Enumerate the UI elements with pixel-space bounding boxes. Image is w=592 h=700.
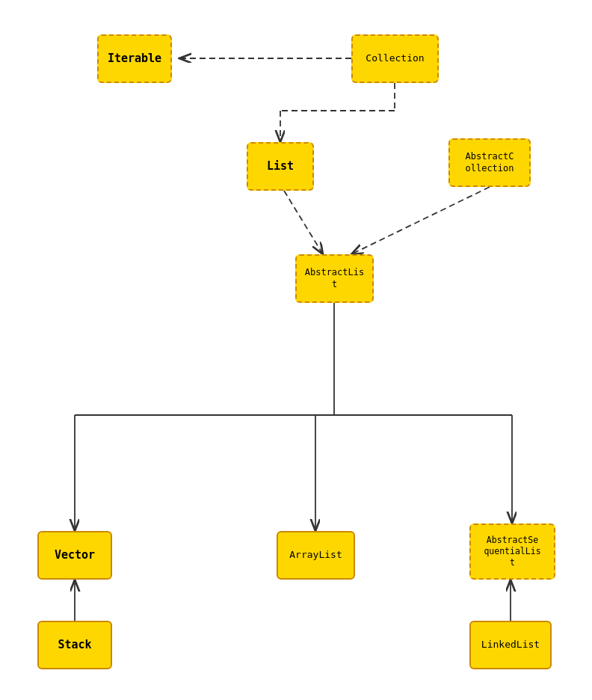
node-arraylist: ArrayList xyxy=(277,531,355,580)
diagram-container: Iterable Collection List AbstractCollect… xyxy=(0,0,592,700)
node-iterable: Iterable xyxy=(97,34,172,83)
node-vector: Vector xyxy=(37,531,112,580)
node-linkedlist: LinkedList xyxy=(469,621,552,669)
arrow-list-abstractlist xyxy=(284,191,323,254)
node-stack: Stack xyxy=(37,621,112,669)
arrows-svg xyxy=(0,0,592,700)
arrow-abscol-abslist xyxy=(351,187,490,254)
node-abstractlist: AbstractList xyxy=(295,254,374,303)
node-abstractcollection: AbstractCollection xyxy=(448,138,531,187)
node-abstractsequentiallist: AbstractSequentialList xyxy=(469,524,555,580)
node-list: List xyxy=(247,142,314,191)
node-collection: Collection xyxy=(351,34,439,83)
